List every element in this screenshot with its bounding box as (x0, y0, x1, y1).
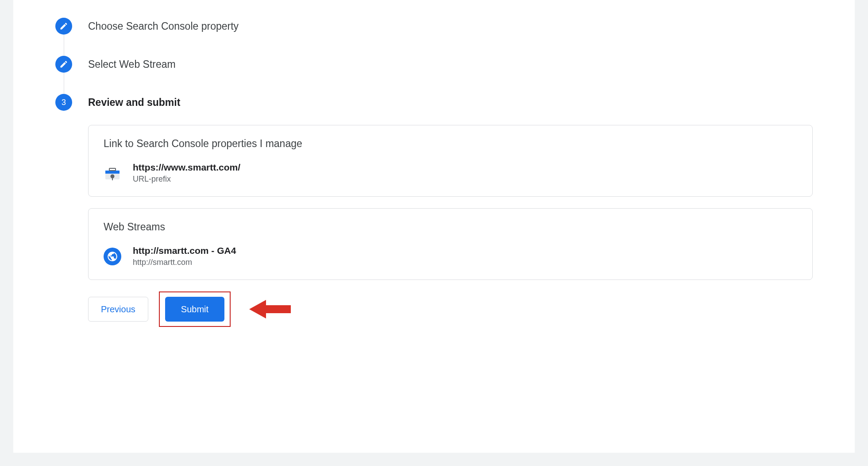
svg-rect-4 (112, 178, 113, 180)
search-console-url: https://www.smartt.com/ (133, 162, 240, 173)
step-2-header[interactable]: Select Web Stream (55, 56, 813, 73)
search-console-card: Link to Search Console properties I mana… (88, 125, 813, 197)
review-content: Link to Search Console properties I mana… (88, 125, 813, 327)
step-3-header: 3 Review and submit (55, 94, 813, 111)
edit-icon (55, 56, 72, 73)
step-1-label: Choose Search Console property (88, 20, 239, 32)
web-stream-entry-text: http://smartt.com - GA4 http://smartt.co… (133, 245, 236, 267)
submit-button[interactable]: Submit (165, 297, 224, 322)
toolbox-icon (104, 164, 121, 182)
step-3-label: Review and submit (88, 97, 180, 109)
stepper-panel: Choose Search Console property Select We… (13, 0, 855, 453)
step-2-label: Select Web Stream (88, 58, 176, 70)
svg-rect-1 (105, 171, 120, 174)
web-streams-card-title: Web Streams (104, 221, 797, 233)
search-console-entry-text: https://www.smartt.com/ URL-prefix (133, 162, 240, 184)
web-streams-card: Web Streams http://smartt.com - GA4 http… (88, 208, 813, 280)
step-1-header[interactable]: Choose Search Console property (55, 18, 813, 35)
submit-highlight-annotation: Submit (159, 291, 231, 327)
actions-row: Previous Submit (88, 291, 813, 327)
web-stream-name: http://smartt.com - GA4 (133, 245, 236, 256)
previous-button[interactable]: Previous (88, 297, 148, 322)
arrow-left-icon (249, 297, 291, 321)
step-number-badge: 3 (55, 94, 72, 111)
svg-rect-2 (109, 168, 116, 171)
vertical-stepper: Choose Search Console property Select We… (55, 18, 813, 327)
globe-icon (104, 248, 121, 265)
search-console-type: URL-prefix (133, 175, 240, 184)
search-console-card-title: Link to Search Console properties I mana… (104, 138, 797, 150)
svg-marker-5 (249, 300, 291, 318)
step-connector (64, 35, 813, 56)
web-stream-url: http://smartt.com (133, 258, 236, 267)
step-connector (64, 73, 813, 94)
edit-icon (55, 18, 72, 35)
web-stream-entry: http://smartt.com - GA4 http://smartt.co… (104, 245, 797, 267)
search-console-entry: https://www.smartt.com/ URL-prefix (104, 162, 797, 184)
